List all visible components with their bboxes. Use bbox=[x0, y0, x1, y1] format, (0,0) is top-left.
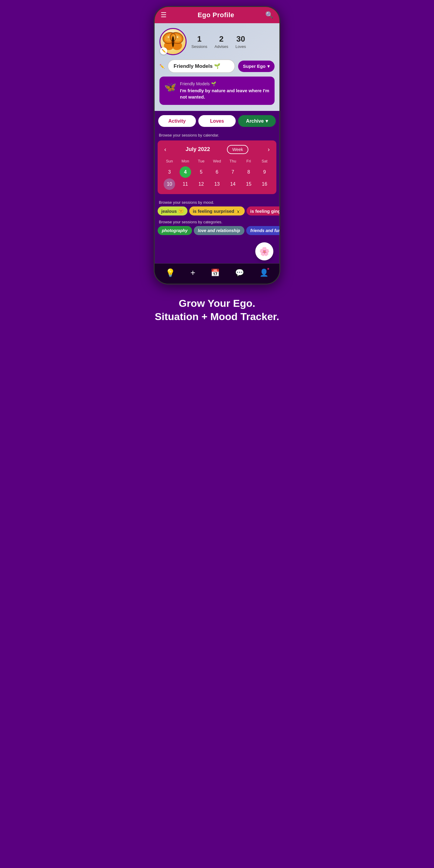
mood-tag-jealous[interactable]: jealous 🙁 bbox=[158, 207, 187, 216]
mood-tags: jealous 🙁 is feeling surprised 😮 is feel… bbox=[155, 207, 279, 218]
fab-area: 🌸 bbox=[155, 239, 279, 264]
friends-label: friends and fun bbox=[250, 228, 279, 233]
cal-day-7[interactable]: 7 bbox=[225, 166, 241, 178]
cal-header-sat: Sat bbox=[257, 158, 272, 166]
surprised-label: is feeling surprised bbox=[193, 209, 235, 214]
cal-day-6[interactable]: 6 bbox=[210, 166, 225, 178]
cal-day-15[interactable]: 15 bbox=[241, 179, 256, 190]
bio-butterfly-icon: 🦋 bbox=[164, 82, 176, 93]
bio-name: Friendly Models 🌱 bbox=[180, 82, 270, 86]
jealous-emoji: 🙁 bbox=[178, 208, 184, 214]
bio-card: 🦋 Friendly Models 🌱 I'm friendly by natu… bbox=[159, 76, 275, 105]
profile-section: ✏️ 1 Sessions 2 Advises 30 Loves ✏️ bbox=[155, 23, 279, 111]
profile-row: ✏️ 1 Sessions 2 Advises 30 Loves bbox=[159, 28, 275, 55]
calendar-next-button[interactable]: › bbox=[265, 145, 272, 154]
cal-day-13[interactable]: 13 bbox=[210, 179, 225, 190]
cal-header-wed: Wed bbox=[210, 158, 225, 166]
nav-messages[interactable]: 💬 bbox=[235, 269, 244, 277]
tagline-line2: Situation + Mood Tracker. bbox=[155, 311, 279, 322]
loves-count: 30 bbox=[236, 34, 246, 44]
cat-tag-photography[interactable]: photography bbox=[158, 226, 192, 235]
profile-icon: 👤 bbox=[259, 269, 269, 277]
mood-tag-surprised[interactable]: is feeling surprised 😮 bbox=[189, 207, 245, 216]
nav-add[interactable]: + bbox=[190, 268, 195, 278]
name-field[interactable]: Friendly Models 🌱 bbox=[167, 59, 235, 73]
name-edit-pencil[interactable]: ✏️ bbox=[159, 64, 164, 69]
stat-sessions: 1 Sessions bbox=[191, 34, 207, 49]
bottom-nav: 💡 + 📅 💬 👤 bbox=[155, 264, 279, 284]
cal-header-sun: Sun bbox=[162, 158, 177, 166]
cal-header-fri: Fri bbox=[241, 158, 256, 166]
calendar-grid: Sun Mon Tue Wed Thu Fri Sat 3 4 5 6 7 8 … bbox=[162, 158, 272, 190]
tagline-line1: Grow Your Ego. bbox=[179, 298, 255, 309]
name-row: ✏️ Friendly Models 🌱 Super Ego ▾ bbox=[159, 59, 275, 73]
categories-hint: Browse your sessions by categories. bbox=[155, 218, 279, 226]
calendar-icon: 📅 bbox=[211, 269, 220, 277]
search-icon[interactable]: 🔍 bbox=[265, 11, 273, 19]
super-ego-button[interactable]: Super Ego ▾ bbox=[238, 61, 275, 72]
fab-button[interactable]: 🌸 bbox=[255, 242, 273, 260]
avatar-edit-badge[interactable]: ✏️ bbox=[160, 47, 167, 55]
stats-row: 1 Sessions 2 Advises 30 Loves bbox=[191, 34, 246, 49]
sessions-label: Sessions bbox=[191, 44, 207, 49]
cal-day-5[interactable]: 5 bbox=[193, 166, 209, 178]
plus-icon: + bbox=[190, 268, 195, 278]
cal-header-tue: Tue bbox=[193, 158, 209, 166]
tab-loves[interactable]: Loves bbox=[198, 115, 236, 127]
cal-day-14[interactable]: 14 bbox=[225, 179, 241, 190]
nav-profile[interactable]: 👤 bbox=[259, 269, 269, 277]
cal-day-3[interactable]: 3 bbox=[162, 166, 177, 178]
nav-home[interactable]: 💡 bbox=[165, 268, 175, 278]
cal-day-10[interactable]: 10 bbox=[164, 179, 175, 190]
gingered-label: is feeling gingered bbox=[250, 209, 279, 214]
cal-day-8[interactable]: 8 bbox=[241, 166, 256, 178]
cal-day-12[interactable]: 12 bbox=[193, 179, 209, 190]
cal-day-11[interactable]: 11 bbox=[178, 179, 193, 190]
avatar-container: ✏️ bbox=[159, 28, 187, 55]
advises-label: Advises bbox=[215, 44, 228, 49]
stat-loves: 30 Loves bbox=[236, 34, 246, 49]
svg-point-7 bbox=[167, 36, 169, 38]
name-value: Friendly Models 🌱 bbox=[174, 63, 220, 69]
top-bar: ☰ Ego Profile 🔍 bbox=[155, 7, 279, 23]
nav-calendar[interactable]: 📅 bbox=[211, 269, 220, 277]
love-label: love and relationship bbox=[198, 228, 240, 233]
tagline-section: Grow Your Ego. Situation + Mood Tracker. bbox=[149, 284, 285, 329]
cal-day-9[interactable]: 9 bbox=[257, 166, 272, 178]
mood-hint: Browse your sessions by mood. bbox=[155, 197, 279, 207]
jealous-label: jealous bbox=[161, 209, 177, 214]
loves-label: Loves bbox=[236, 44, 246, 49]
calendar: ‹ July 2022 Week › Sun Mon Tue Wed Thu F… bbox=[158, 141, 276, 194]
photo-label: photography bbox=[162, 228, 188, 233]
mood-tag-gingered[interactable]: is feeling gingered bbox=[247, 207, 279, 216]
tab-archive[interactable]: Archive ▾ bbox=[238, 115, 276, 127]
cal-day-4[interactable]: 4 bbox=[180, 166, 191, 178]
cat-tag-friends[interactable]: friends and fun bbox=[246, 226, 279, 235]
calendar-week-button[interactable]: Week bbox=[227, 145, 249, 154]
tabs-row: Activity Loves Archive ▾ bbox=[155, 111, 279, 131]
lightbulb-icon: 💡 bbox=[165, 268, 175, 278]
menu-icon[interactable]: ☰ bbox=[161, 11, 167, 19]
tab-activity[interactable]: Activity bbox=[158, 115, 196, 127]
cal-day-16[interactable]: 16 bbox=[257, 179, 272, 190]
stat-advises: 2 Advises bbox=[215, 34, 228, 49]
calendar-header: ‹ July 2022 Week › bbox=[162, 145, 272, 154]
active-dot bbox=[267, 268, 269, 270]
page-title: Ego Profile bbox=[198, 11, 235, 19]
calendar-hint: Browse your sessions by calendar. bbox=[155, 131, 279, 141]
archive-down-icon: ▾ bbox=[266, 118, 268, 124]
calendar-prev-button[interactable]: ‹ bbox=[162, 145, 169, 154]
main-content: Activity Loves Archive ▾ Browse your ses… bbox=[155, 111, 279, 264]
advises-count: 2 bbox=[215, 34, 228, 44]
chevron-down-icon: ▾ bbox=[267, 64, 270, 69]
sessions-count: 1 bbox=[191, 34, 207, 44]
category-tags: photography love and relationship friend… bbox=[155, 226, 279, 239]
cat-tag-love[interactable]: love and relationship bbox=[194, 226, 244, 235]
cal-header-thu: Thu bbox=[225, 158, 241, 166]
chat-icon: 💬 bbox=[235, 269, 244, 277]
calendar-month: July 2022 bbox=[186, 146, 210, 153]
fab-icon: 🌸 bbox=[259, 247, 270, 256]
surprised-emoji: 😮 bbox=[236, 208, 241, 214]
svg-point-8 bbox=[177, 36, 179, 38]
cal-header-mon: Mon bbox=[178, 158, 193, 166]
